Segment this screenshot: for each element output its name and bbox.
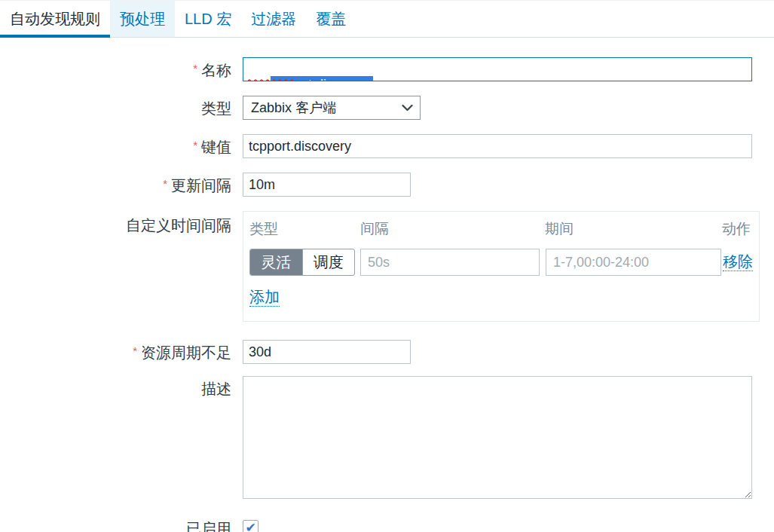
type-row: 类型 Zabbix 客户端 [0,96,774,120]
tab-discovery-rule[interactable]: 自动发现规则 [0,1,110,37]
key-row: *键值 [0,134,774,158]
name-row: *名称 tcpport discovery [0,57,774,81]
description-row: 描述 [0,376,774,499]
required-asterisk: * [193,139,197,151]
tab-lld-macros[interactable]: LLD 宏 [175,1,241,37]
type-label: 类型 [0,96,243,119]
discovery-rule-form: *名称 tcpport discovery 类型 Zabbix 客户端 *键值 … [0,38,774,532]
add-link[interactable]: 添加 [249,289,280,307]
enabled-row: 已启用 ✔ [0,519,774,532]
custom-intervals-section: 类型 间隔 期间 动作 灵活 调度 移除 添加 [243,211,760,322]
lifetime-input[interactable] [243,340,411,364]
required-asterisk: * [193,62,197,75]
update-interval-row: *更新间隔 [0,173,774,197]
interval-type-header: 类型 [249,219,360,239]
interval-header: 间隔 [360,219,545,239]
tab-bar: 自动发现规则 预处理 LLD 宏 过滤器 覆盖 [0,0,774,38]
name-label: *名称 [0,57,243,81]
flexible-option-button[interactable]: 灵活 [250,249,302,275]
chevron-down-icon [402,104,413,112]
custom-interval-row: 灵活 调度 移除 [249,249,753,276]
lifetime-row: *资源周期不足 [0,340,774,364]
type-select[interactable]: Zabbix 客户端 [243,96,421,120]
interval-type-segmented-control: 灵活 调度 [249,249,355,276]
tab-overrides[interactable]: 覆盖 [306,1,356,37]
spellcheck-squiggle-icon [248,78,296,81]
name-input-selected-text: discovery [312,76,373,81]
description-label: 描述 [0,376,243,399]
custom-intervals-headers: 类型 间隔 期间 动作 [249,219,753,239]
custom-intervals-label: 自定义时间间隔 [0,211,243,236]
type-select-value: Zabbix 客户端 [251,99,336,117]
period-header: 期间 [545,219,722,239]
tab-filters[interactable]: 过滤器 [241,1,306,37]
tab-preprocessing[interactable]: 预处理 [110,1,175,37]
period-input[interactable] [546,249,721,276]
key-input[interactable] [243,134,752,158]
checkmark-icon: ✔ [245,520,255,532]
description-textarea[interactable] [243,376,752,499]
lifetime-label: *资源周期不足 [0,340,243,363]
enabled-label: 已启用 [0,519,243,532]
name-input[interactable]: tcpport discovery [243,57,752,81]
key-label: *键值 [0,134,243,157]
interval-input[interactable] [360,249,540,276]
update-interval-input[interactable] [243,173,411,197]
remove-link[interactable]: 移除 [723,253,753,271]
action-header: 动作 [722,219,753,239]
enabled-checkbox[interactable]: ✔ [243,520,259,532]
required-asterisk: * [133,344,137,357]
add-link-wrap: 添加 [249,289,753,307]
custom-intervals-row: 自定义时间间隔 类型 间隔 期间 动作 灵活 调度 移除 添加 [0,211,774,322]
scheduling-option-button[interactable]: 调度 [302,249,355,275]
required-asterisk: * [163,177,167,190]
update-interval-label: *更新间隔 [0,173,243,196]
